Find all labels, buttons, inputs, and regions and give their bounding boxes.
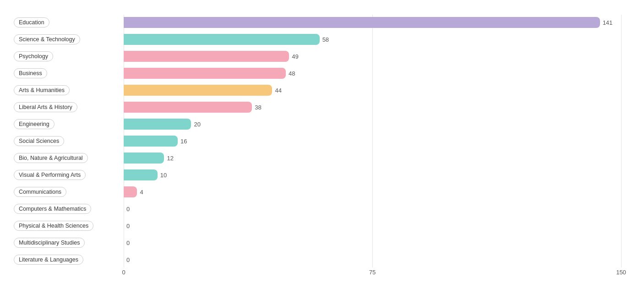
bar-value: 58: [322, 36, 329, 43]
bar-value: 0: [126, 223, 130, 229]
bar-value: 44: [275, 87, 281, 94]
bar-fill: [124, 102, 252, 113]
bar-row: Arts & Humanities44: [14, 82, 630, 98]
bar-value: 20: [194, 121, 200, 128]
bar-row: Visual & Performing Arts10: [14, 167, 630, 183]
bar-row: Liberal Arts & History38: [14, 99, 630, 115]
bar-fill: [124, 85, 272, 96]
x-axis-label: 75: [369, 269, 376, 276]
bar-row: Multidisciplinary Studies0: [14, 235, 630, 251]
bar-label: Liberal Arts & History: [14, 99, 124, 115]
bar-row: Bio, Nature & Agricultural12: [14, 150, 630, 166]
bar-fill: [124, 136, 178, 147]
bar-label: Literature & Languages: [14, 252, 124, 267]
bar-value: 0: [126, 256, 130, 263]
bar-label: Arts & Humanities: [14, 82, 124, 98]
bar-value: 141: [603, 19, 613, 26]
bar-label: Psychology: [14, 49, 124, 64]
bar-label: Computers & Mathematics: [14, 201, 124, 217]
bar-value: 0: [126, 206, 130, 213]
bar-label: Education: [14, 15, 124, 30]
bar-row: Social Sciences16: [14, 133, 630, 149]
bar-fill: [124, 153, 164, 164]
bar-row: Computers & Mathematics0: [14, 201, 630, 217]
bar-value: 10: [160, 172, 167, 179]
bar-row: Engineering20: [14, 116, 630, 132]
bar-row: Psychology49: [14, 49, 630, 64]
bar-label: Social Sciences: [14, 133, 124, 149]
bar-label: Bio, Nature & Agricultural: [14, 150, 124, 166]
chart-container: Education141Science & Technology58Psycho…: [0, 0, 644, 289]
bar-value: 16: [180, 138, 187, 145]
bar-fill: [124, 186, 137, 197]
bar-label: Science & Technology: [14, 32, 124, 47]
bar-row: Literature & Languages0: [14, 252, 630, 267]
bar-value: 0: [126, 240, 130, 246]
bar-value: 12: [167, 155, 173, 162]
bar-fill: [124, 169, 158, 180]
bar-fill: [124, 34, 320, 45]
x-axis-label: 0: [122, 269, 125, 276]
bar-fill: [124, 17, 600, 28]
bar-fill: [124, 68, 286, 79]
bar-value: 38: [255, 104, 261, 111]
bar-label: Communications: [14, 184, 124, 200]
bar-row: Communications4: [14, 184, 630, 200]
bar-row: Education141: [14, 15, 630, 30]
bar-value: 48: [289, 70, 295, 77]
bar-value: 49: [292, 53, 298, 60]
bar-label: Multidisciplinary Studies: [14, 235, 124, 251]
bar-label: Visual & Performing Arts: [14, 167, 124, 183]
bar-row: Physical & Health Sciences0: [14, 218, 630, 234]
bar-row: Science & Technology58: [14, 32, 630, 47]
bar-value: 4: [140, 189, 143, 196]
bar-label: Engineering: [14, 116, 124, 132]
bar-row: Business48: [14, 65, 630, 81]
bar-label: Business: [14, 65, 124, 81]
bar-fill: [124, 119, 191, 130]
bar-label: Physical & Health Sciences: [14, 218, 124, 234]
x-axis-label: 150: [616, 269, 626, 276]
bar-fill: [124, 51, 289, 62]
